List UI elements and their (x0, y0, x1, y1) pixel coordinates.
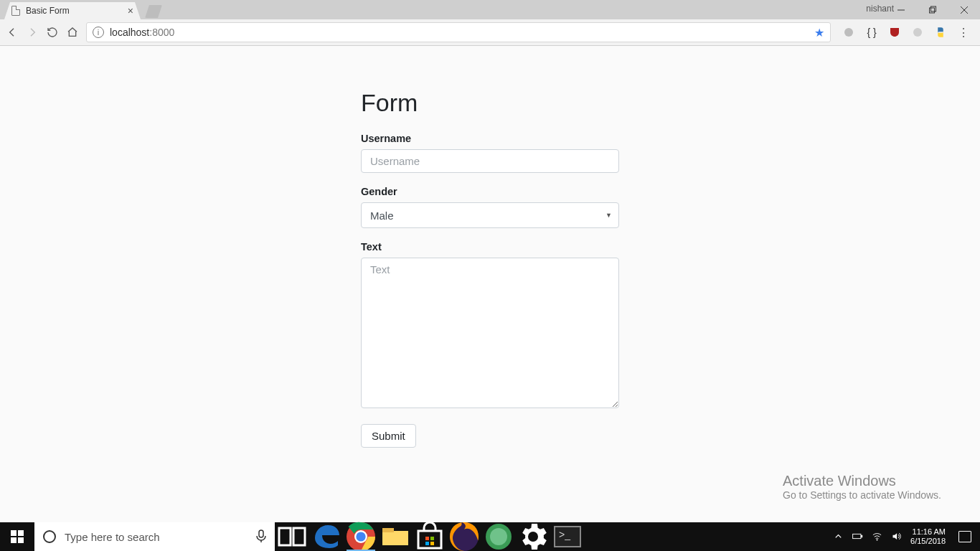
svg-rect-21 (430, 537, 434, 540)
svg-point-5 (844, 28, 853, 37)
browser-toolbar: i localhost:8000 ★ { } ⋮ (0, 19, 980, 46)
clock-time: 11:16 AM (910, 527, 946, 537)
window-controls (885, 0, 980, 19)
username-label: Username (361, 133, 619, 144)
windows-taskbar: Type here to search >_ 11:16 AM 6/15/201… (0, 522, 980, 551)
page-icon (11, 6, 20, 16)
chrome-icon[interactable] (344, 522, 378, 551)
wifi-icon[interactable] (872, 531, 882, 543)
username-input[interactable] (361, 149, 619, 173)
cortana-icon (43, 530, 56, 543)
svg-rect-29 (853, 534, 861, 538)
home-button[interactable] (66, 26, 79, 39)
extension-icon[interactable] (911, 26, 924, 39)
clock-date: 6/15/2018 (910, 537, 946, 546)
url-rest: :8000 (149, 27, 174, 38)
terminal-icon[interactable]: >_ (550, 522, 585, 551)
username-group: Username (361, 133, 619, 173)
svg-rect-22 (425, 542, 429, 545)
form-container: Form Username Gender Male Text Submit (361, 89, 619, 448)
extension-braces-icon[interactable]: { } (865, 26, 878, 39)
mic-icon[interactable] (256, 529, 266, 545)
store-icon[interactable] (413, 522, 447, 551)
taskbar-pinned: >_ (275, 522, 585, 551)
app-icon[interactable] (481, 522, 516, 551)
volume-icon[interactable] (891, 531, 902, 543)
submit-button[interactable]: Submit (361, 424, 416, 448)
watermark-subtitle: Go to Settings to activate Windows. (783, 489, 941, 501)
address-bar[interactable]: i localhost:8000 ★ (86, 22, 831, 42)
text-label: Text (361, 241, 619, 253)
chrome-menu-icon[interactable]: ⋮ (957, 26, 970, 39)
gender-label: Gender (361, 186, 619, 197)
svg-rect-1 (930, 8, 935, 13)
svg-rect-14 (293, 528, 305, 545)
watermark-title: Activate Windows (783, 473, 941, 489)
browser-tab[interactable]: Basic Form × (4, 2, 141, 19)
tab-close-icon[interactable]: × (128, 5, 133, 17)
svg-rect-11 (259, 530, 263, 537)
settings-icon[interactable] (516, 522, 550, 551)
url-host: localhost (110, 27, 149, 38)
search-placeholder: Type here to search (65, 531, 160, 543)
text-group: Text (361, 241, 619, 411)
svg-rect-8 (18, 530, 24, 536)
bookmark-star-icon[interactable]: ★ (814, 26, 824, 39)
extension-icons: { } ⋮ (838, 26, 974, 39)
window-titlebar: Basic Form × nishant (0, 0, 980, 19)
svg-rect-18 (382, 528, 394, 532)
svg-rect-19 (418, 531, 441, 548)
svg-rect-23 (430, 542, 434, 545)
svg-rect-13 (279, 528, 291, 545)
svg-point-17 (356, 532, 365, 541)
start-button[interactable] (0, 522, 34, 551)
page-viewport: Form Username Gender Male Text Submit Ac… (0, 46, 980, 522)
maximize-button[interactable] (917, 0, 948, 19)
svg-rect-7 (11, 530, 17, 536)
system-tray: 11:16 AM 6/15/2018 (833, 522, 980, 551)
battery-icon[interactable] (852, 531, 863, 543)
file-explorer-icon[interactable] (378, 522, 413, 551)
extension-icon[interactable] (842, 26, 855, 39)
svg-point-31 (877, 539, 877, 540)
taskbar-search[interactable]: Type here to search (34, 522, 275, 551)
firefox-icon[interactable] (447, 522, 481, 551)
edge-icon[interactable] (309, 522, 344, 551)
reload-button[interactable] (46, 26, 59, 39)
taskbar-clock[interactable]: 11:16 AM 6/15/2018 (910, 527, 946, 545)
close-window-button[interactable] (948, 0, 980, 19)
site-info-icon[interactable]: i (93, 27, 104, 38)
python-icon[interactable] (934, 26, 947, 39)
activate-windows-watermark: Activate Windows Go to Settings to activ… (783, 473, 941, 501)
forward-button[interactable] (26, 26, 39, 39)
tab-strip: Basic Form × (0, 0, 162, 19)
svg-point-6 (913, 28, 922, 37)
action-center-icon[interactable] (958, 531, 971, 542)
page-title: Form (361, 89, 619, 117)
minimize-button[interactable] (885, 0, 917, 19)
svg-rect-2 (931, 6, 936, 11)
svg-point-26 (490, 528, 507, 545)
svg-rect-10 (18, 537, 24, 543)
svg-rect-9 (11, 537, 17, 543)
tab-title: Basic Form (26, 6, 70, 16)
svg-rect-30 (862, 535, 862, 537)
text-input[interactable] (361, 258, 619, 408)
svg-text:>_: >_ (559, 529, 570, 540)
gender-group: Gender Male (361, 186, 619, 228)
ublock-icon[interactable] (888, 26, 901, 39)
svg-rect-20 (425, 537, 429, 540)
new-tab-button[interactable] (145, 5, 162, 18)
tray-chevron-icon[interactable] (833, 531, 844, 543)
task-view-icon[interactable] (275, 522, 309, 551)
gender-select[interactable]: Male (361, 202, 619, 228)
gender-select-wrap: Male (361, 202, 619, 228)
back-button[interactable] (6, 26, 19, 39)
